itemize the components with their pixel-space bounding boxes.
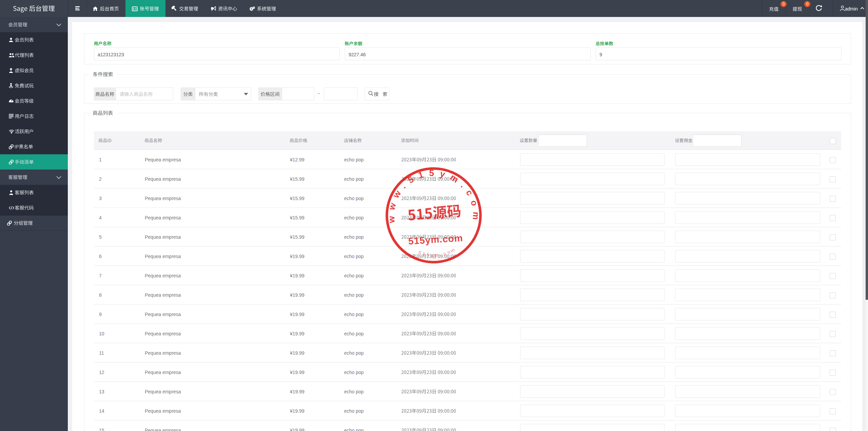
svg-text:1: 1 <box>422 251 426 257</box>
svg-text:5: 5 <box>426 252 430 257</box>
svg-text:c: c <box>443 250 447 256</box>
svg-text:y: y <box>431 252 434 258</box>
svg-text:5: 5 <box>418 250 422 256</box>
svg-text:m: m <box>434 252 439 258</box>
svg-text:.: . <box>439 252 442 257</box>
